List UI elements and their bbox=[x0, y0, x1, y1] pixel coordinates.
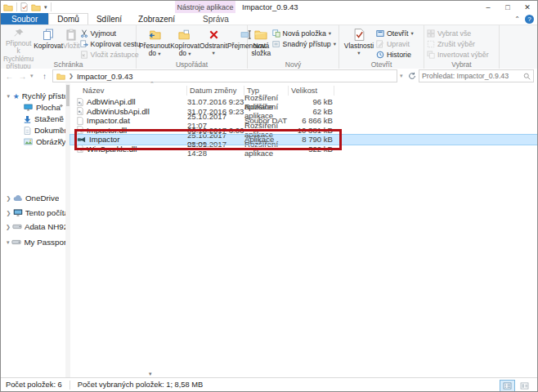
search-icon[interactable] bbox=[523, 73, 531, 80]
breadcrumb[interactable]: ❯ Impactor_0.9.43 bbox=[52, 69, 397, 82]
file-size: 96 kB bbox=[289, 97, 334, 106]
qat-properties-icon[interactable] bbox=[20, 2, 28, 11]
open-group-label: Otevřít bbox=[339, 60, 424, 69]
close-button[interactable]: ✕ bbox=[518, 1, 537, 13]
file-size: 62 kB bbox=[289, 107, 334, 116]
column-header-size[interactable]: Velikost bbox=[289, 86, 334, 96]
sidebar-item-downloads[interactable]: Stažené soub bbox=[1, 114, 70, 124]
chevron-down-icon[interactable]: ▾ bbox=[6, 93, 11, 100]
easy-access-icon bbox=[272, 40, 280, 48]
file-row[interactable]: Impactor.dat 25.10.2017 21:07 Soubor DAT… bbox=[70, 116, 537, 126]
context-tab-header: Nástroje aplikace bbox=[175, 1, 235, 13]
address-extra-controls: ▾ bbox=[400, 72, 416, 80]
details-view-button[interactable] bbox=[500, 380, 515, 392]
move-to-button[interactable]: Přesunout do ▾ bbox=[139, 27, 170, 60]
paste-shortcut-button[interactable]: Vložit zástupce bbox=[80, 50, 141, 60]
cut-icon bbox=[80, 29, 88, 38]
dropdown-chevron-icon: ▾ bbox=[334, 41, 336, 47]
quick-access-star-icon: ★ bbox=[13, 92, 20, 100]
new-group-label: Nový bbox=[248, 60, 338, 69]
help-icon[interactable]: ? bbox=[525, 15, 534, 24]
properties-button[interactable]: Vlastnosti ▾ bbox=[342, 27, 376, 60]
sidebar-item-drive-l[interactable]: ❯ Adata NH92 (L:) bbox=[1, 221, 70, 232]
minimize-button[interactable]: – bbox=[478, 1, 498, 13]
tab-view[interactable]: Zobrazení bbox=[130, 13, 183, 24]
ribbon-collapse-icon[interactable]: ⌃ bbox=[514, 16, 520, 23]
select-none-button[interactable]: Zrušit výběr bbox=[427, 39, 489, 49]
qat-customize-chevron-icon[interactable]: ▾ bbox=[44, 2, 47, 12]
computer-icon bbox=[13, 209, 23, 216]
dll-file-icon bbox=[77, 107, 83, 115]
item-count: Počet položek: 6 bbox=[6, 381, 62, 389]
paste-button[interactable]: Vložit bbox=[63, 27, 79, 60]
select-all-button[interactable]: Vybrat vše bbox=[427, 29, 489, 38]
clipboard-small-buttons: Vyjmout Kopírovat cestu Vložit zástupce bbox=[80, 27, 141, 60]
refresh-icon[interactable] bbox=[408, 72, 416, 80]
history-button[interactable]: Historie bbox=[376, 50, 414, 60]
edit-icon bbox=[376, 40, 384, 48]
back-icon[interactable]: ← bbox=[4, 72, 15, 81]
new-item-button[interactable]: Nová položka ▾ bbox=[272, 29, 336, 38]
file-size: 6 866 kB bbox=[289, 116, 334, 125]
sidebar-item-drive-k[interactable]: ▾ My Passport (K:) bbox=[1, 237, 70, 247]
tab-manage[interactable]: Správa bbox=[195, 13, 237, 24]
tab-share[interactable]: Sdílení bbox=[88, 13, 130, 24]
easy-access-button[interactable]: Snadný přístup ▾ bbox=[272, 39, 336, 49]
cut-button[interactable]: Vyjmout bbox=[80, 29, 141, 38]
sidebar-scrollbar-thumb[interactable] bbox=[66, 85, 69, 106]
pin-to-quick-access-button[interactable]: Připnout k Rychlému přístupu bbox=[3, 27, 34, 60]
tab-file[interactable]: Soubor bbox=[1, 13, 48, 24]
breadcrumb-separator-icon: ❯ bbox=[69, 73, 74, 79]
onedrive-cloud-icon bbox=[13, 195, 23, 202]
sidebar-item-this-pc[interactable]: ❯ Tento počítač bbox=[1, 207, 70, 218]
qat-new-folder-icon[interactable] bbox=[31, 3, 41, 11]
open-button[interactable]: Otevřít ▾ bbox=[376, 29, 414, 38]
downloads-icon bbox=[24, 115, 31, 123]
pin-icon bbox=[58, 127, 64, 132]
file-name: AdbWinUsbApi.dll bbox=[87, 107, 150, 116]
dat-file-icon bbox=[77, 117, 83, 125]
documents-icon bbox=[24, 127, 31, 135]
chevron-right-icon[interactable]: ❯ bbox=[6, 210, 11, 216]
column-header-name[interactable]: Název bbox=[70, 86, 187, 96]
invert-selection-button[interactable]: Invertovat výběr bbox=[427, 50, 489, 60]
annotation-red-box bbox=[74, 129, 342, 150]
properties-icon bbox=[354, 28, 365, 42]
chevron-down-icon[interactable]: ▾ bbox=[6, 239, 10, 246]
ribbon-group-open: Vlastnosti ▾ Otevřít ▾ Upravit bbox=[339, 25, 424, 69]
search-input[interactable] bbox=[422, 72, 523, 80]
history-icon bbox=[376, 51, 384, 59]
search-box bbox=[419, 69, 534, 82]
select-all-icon bbox=[427, 29, 435, 38]
chevron-right-icon[interactable]: ❯ bbox=[6, 195, 11, 202]
delete-button[interactable]: Odstranit ▾ bbox=[200, 27, 227, 60]
file-list-pane: ⌃ Název Datum změny Typ Velikost AdbWinA… bbox=[70, 83, 537, 377]
column-headers: Název Datum změny Typ Velikost bbox=[70, 85, 334, 96]
copy-button[interactable]: Kopírovat bbox=[34, 27, 63, 60]
column-header-date[interactable]: Datum změny bbox=[187, 86, 244, 96]
file-row[interactable]: AdbWinUsbApi.dll 31.07.2016 9:23 Rozšíře… bbox=[70, 107, 537, 117]
chevron-right-icon[interactable]: ❯ bbox=[6, 224, 11, 230]
copy-to-button[interactable]: Kopírovat do ▾ bbox=[170, 27, 200, 60]
sidebar-item-quick-access[interactable]: ▾ ★ Rychlý přístup bbox=[1, 91, 70, 101]
sidebar-item-documents[interactable]: Dokumenty bbox=[1, 125, 70, 136]
up-icon[interactable]: ↑ bbox=[39, 72, 50, 81]
sidebar-item-pictures[interactable]: Obrázky bbox=[1, 136, 70, 147]
file-row[interactable]: AdbWinApi.dll 31.07.2016 9:23 Rozšíření … bbox=[70, 97, 537, 107]
sidebar-item-onedrive[interactable]: ❯ OneDrive bbox=[1, 193, 70, 203]
forward-icon[interactable]: → bbox=[17, 72, 28, 81]
desktop-icon bbox=[24, 104, 33, 111]
new-folder-button[interactable]: Nová složka bbox=[250, 27, 272, 60]
tab-home[interactable]: Domů bbox=[48, 13, 88, 24]
maximize-button[interactable]: □ bbox=[498, 1, 518, 13]
dll-file-icon bbox=[77, 98, 83, 106]
file-name: AdbWinApi.dll bbox=[87, 97, 136, 106]
edit-button[interactable]: Upravit bbox=[376, 39, 414, 49]
view-toggles bbox=[500, 380, 532, 392]
address-dropdown-chevron-icon[interactable]: ▾ bbox=[400, 73, 406, 79]
thumbnails-view-button[interactable] bbox=[517, 380, 532, 392]
copy-path-button[interactable]: Kopírovat cestu bbox=[80, 39, 141, 49]
recent-locations-chevron-icon[interactable]: ▾ bbox=[30, 73, 37, 79]
sidebar-item-desktop[interactable]: Plocha bbox=[1, 102, 70, 113]
organize-group-label: Uspořádat bbox=[137, 60, 247, 69]
